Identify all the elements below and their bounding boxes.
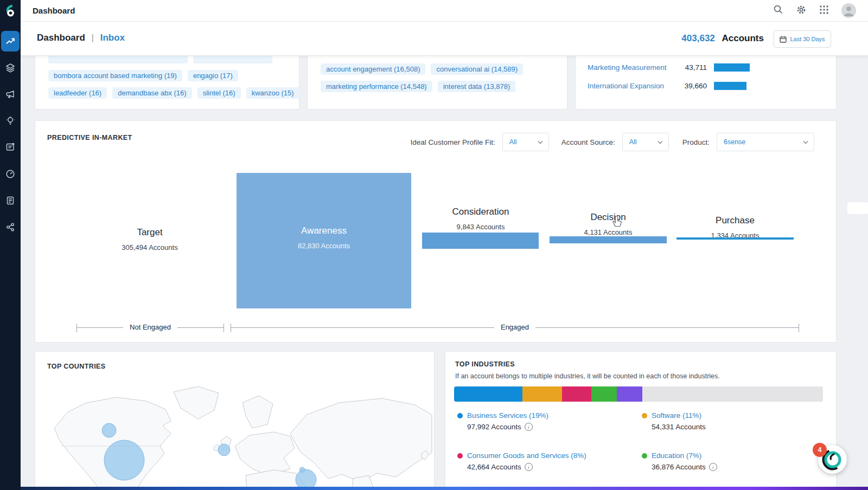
top-countries-card: TOP COUNTRIES: [35, 351, 435, 490]
stage-target-name: Target: [109, 227, 190, 238]
top-bar: Dashboard: [21, 0, 868, 22]
stage-target-accounts: 305,494 Accounts: [109, 243, 190, 252]
segment-value: 39,660: [680, 82, 707, 90]
predictive-filters: Ideal Customer Profile Fit: All Account …: [411, 133, 814, 151]
keyword-tag[interactable]: slintel (16): [197, 87, 241, 99]
breadcrumb-divider: |: [92, 33, 94, 43]
funnel-stage-awareness[interactable]: Awareness 82,830 Accounts: [237, 173, 411, 308]
info-icon[interactable]: i: [709, 463, 717, 471]
stage-decision-accounts: 4,131 Accounts: [567, 228, 649, 236]
app-window: Dashboard Dashboard | I: [0, 0, 868, 490]
account-source-select[interactable]: All: [622, 133, 669, 151]
legend-accounts: 97,992 Accounts: [467, 423, 521, 431]
lightbulb-icon: [5, 115, 16, 126]
report-icon: [5, 195, 16, 206]
user-avatar[interactable]: [841, 3, 856, 18]
keyword-tag[interactable]: engagio (17): [188, 70, 238, 81]
sidebar-item-campaigns[interactable]: [0, 84, 21, 105]
industry-segment-1[interactable]: [522, 386, 562, 402]
megaphone-icon: [5, 89, 16, 100]
keyword-tag[interactable]: marketing performance (14,548): [321, 81, 432, 92]
decision-bar[interactable]: [550, 236, 667, 243]
top-industries-subtitle: If an account belongs to multiple indust…: [455, 372, 720, 380]
legend-dot: [642, 413, 647, 418]
funnel-stage-consideration: Consideration 9,843 Accounts: [440, 207, 521, 231]
accounts-count: 403,632: [681, 33, 714, 43]
legend-link[interactable]: Business Services (19%): [457, 411, 636, 420]
search-icon[interactable]: [773, 4, 783, 17]
predictive-title: PREDICTIVE IN-MARKET: [47, 134, 132, 141]
keyword-tag[interactable]: demandbase abx (16): [112, 87, 192, 99]
keyword-tag[interactable]: interest data (13,878): [438, 81, 516, 92]
compose-icon: [5, 141, 16, 152]
stage-awareness-accounts: 82,830 Accounts: [298, 242, 350, 250]
segment-bar: [714, 82, 746, 90]
window-title: Dashboard: [33, 6, 75, 15]
stage-consideration-accounts: 9,843 Accounts: [440, 223, 521, 231]
sidebar-item-integrations[interactable]: [0, 217, 21, 237]
keyword-tag[interactable]: leadfeeder (16): [48, 87, 107, 99]
video-progress-bar[interactable]: [21, 487, 868, 490]
top-industries-title: TOP INDUSTRIES: [455, 360, 515, 368]
top-industries-card: TOP INDUSTRIES If an account belongs to …: [445, 351, 837, 490]
purchase-bar[interactable]: [676, 237, 794, 240]
axis-label-not-engaged: Not Engaged: [123, 323, 177, 331]
consideration-bar[interactable]: [422, 233, 539, 249]
legend-dot: [457, 413, 463, 418]
funnel-stage-decision: Decision 4,131 Accounts: [567, 212, 649, 236]
sidebar-item-dashboard[interactable]: [1, 31, 20, 51]
bubble-united-kingdom[interactable]: [218, 444, 230, 456]
chevron-down-icon: [658, 140, 663, 144]
legend-label: Business Services (19%): [467, 411, 548, 420]
layers-icon: [5, 62, 16, 73]
sidebar-item-audiences[interactable]: [0, 57, 21, 78]
legend-link[interactable]: Software (11%): [642, 411, 821, 420]
sidebar-item-insights[interactable]: [0, 111, 21, 131]
segment-link[interactable]: Marketing Measurement: [588, 63, 680, 72]
axis-engaged: Engaged: [231, 327, 799, 328]
breadcrumb-inbox[interactable]: Inbox: [100, 33, 125, 43]
legend-link[interactable]: Education (7%): [642, 452, 821, 460]
gear-icon[interactable]: [796, 4, 807, 17]
sidebar-item-orchestration[interactable]: [0, 164, 21, 184]
date-range-button[interactable]: Last 30 Days: [774, 30, 831, 48]
sidebar-item-reports[interactable]: [0, 190, 21, 211]
accounts-label: Accounts: [722, 33, 764, 43]
industry-segment-0[interactable]: [454, 386, 522, 402]
industry-segment-2[interactable]: [562, 386, 591, 402]
bubble-canada[interactable]: [102, 423, 116, 437]
icp-fit-select[interactable]: All: [502, 133, 549, 151]
legend-link[interactable]: Consumer Goods and Services (8%): [457, 452, 636, 460]
keyword-tag[interactable]: conversational ai (14,589): [431, 63, 523, 75]
scrollbar-thumb[interactable]: [847, 202, 868, 214]
product-select[interactable]: 6sense: [717, 133, 814, 151]
date-range-label: Last 30 Days: [790, 36, 825, 42]
segment-link[interactable]: International Expansion: [588, 82, 680, 90]
apps-grid-icon[interactable]: [819, 5, 829, 17]
calendar-icon: [780, 36, 787, 43]
industry-segment-3[interactable]: [591, 386, 617, 402]
breadcrumb-dashboard[interactable]: Dashboard: [37, 33, 85, 43]
industry-segment-5[interactable]: [642, 386, 823, 402]
6sense-logo-icon[interactable]: [3, 4, 18, 19]
keyword-tag[interactable]: account engagement (16,508): [321, 63, 425, 75]
notification-badge[interactable]: 4: [813, 443, 827, 457]
legend-dot: [642, 453, 647, 459]
industry-segment-4[interactable]: [617, 386, 642, 402]
stage-purchase-name: Purchase: [694, 215, 776, 226]
keyword-tag[interactable]: kwanzoo (15): [246, 87, 299, 99]
legend-item-software: Software (11%) 54,331 Accounts: [642, 411, 821, 431]
stage-awareness-name: Awareness: [301, 225, 347, 236]
legend-dot: [457, 453, 463, 459]
legend-label: Software (11%): [652, 411, 701, 420]
info-icon[interactable]: i: [525, 463, 533, 471]
info-icon[interactable]: i: [525, 423, 533, 431]
legend-accounts: 54,331 Accounts: [652, 423, 706, 431]
top-countries-title: TOP COUNTRIES: [47, 363, 106, 370]
keyword-tag[interactable]: bombora account based marketing (19): [48, 70, 182, 81]
page-header: Dashboard | Inbox 403,632 Accounts Last …: [21, 22, 868, 56]
industries-stacked-bar[interactable]: [454, 386, 823, 402]
sidebar-item-content[interactable]: [0, 137, 21, 157]
share-nodes-icon: [5, 222, 16, 233]
bubble-united-states[interactable]: [104, 440, 144, 480]
